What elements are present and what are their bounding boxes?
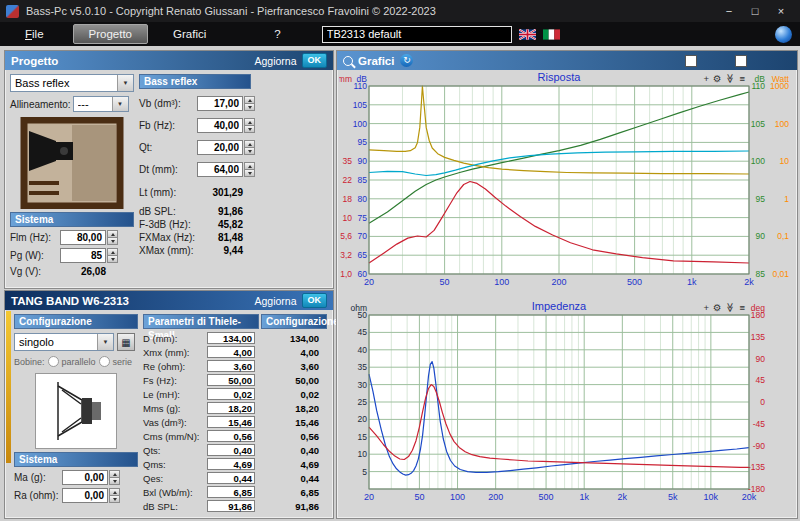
allineamento-combobox[interactable]: --- ▼ [73,96,129,112]
ts-param-input[interactable]: 50,00 [207,374,255,386]
ts-param-label: Qts: [143,445,207,456]
spinner-control[interactable] [244,162,255,177]
menu-icon[interactable]: ≡ [739,302,745,313]
ts-param-input[interactable]: 91,86 [207,500,255,512]
spinner-down-button[interactable] [244,103,255,111]
menu-grafici[interactable]: Grafici [158,25,221,43]
chevron-down-icon[interactable]: ▼ [117,75,133,91]
table-row: Qms:4,694,69 [143,457,329,471]
ts-param-input[interactable]: 18,20 [207,402,255,414]
ts-param-input[interactable]: 6,85 [207,486,255,498]
field-value-input[interactable]: 0,00 [62,470,108,485]
spinner-control[interactable] [107,248,118,263]
svg-text:18: 18 [343,194,353,204]
field-label: Flm (Hz): [10,232,60,243]
window-title: Bass-Pc v5.0.10 - Copyright Renato Giuss… [26,5,716,17]
pan-icon[interactable]: + [703,302,709,313]
menu-progetto[interactable]: Progetto [73,24,148,44]
settings-icon[interactable]: ⚙ [713,73,722,84]
svg-text:3,2: 3,2 [340,250,352,260]
menu-file[interactable]: File [10,25,59,43]
field-label: Dt (mm): [139,164,197,175]
aggiorna-label: Aggiorna [254,55,296,67]
radio-serie[interactable] [99,356,110,367]
collapse-icon[interactable]: ≫ [725,303,736,313]
ts-param-input[interactable]: 4,00 [207,346,255,358]
spinner-down-button[interactable] [109,477,120,485]
spinner-control[interactable] [244,140,255,155]
spinner-control[interactable] [109,470,120,485]
field-label: Qt: [139,142,197,153]
window-controls: − □ × [716,5,794,17]
configurazione-combobox[interactable]: singolo ▼ [14,333,114,351]
chevron-down-icon[interactable]: ▼ [97,334,113,350]
radio-parallelo-label: parallelo [62,357,96,367]
spinner-control[interactable] [244,118,255,133]
field-value-input[interactable]: 64,00 [197,162,243,177]
ts-param-input[interactable]: 3,60 [207,360,255,372]
spinner-down-button[interactable] [244,125,255,133]
field-value-input[interactable]: 0,00 [62,488,108,503]
svg-text:22: 22 [343,175,353,185]
refresh-icon[interactable]: ↻ [400,54,413,67]
impedenza-chart-svg: ohm5045403530252015105deg18013590450-45-… [339,301,793,515]
svg-text:90: 90 [756,231,766,241]
svg-text:10k: 10k [704,492,719,502]
spinner-down-button[interactable] [244,169,255,177]
ts-param-label: Xmx (mm): [143,347,207,358]
svg-text:1,0: 1,0 [340,269,352,279]
spinner-down-button[interactable] [107,237,118,245]
ts-param-label: Le (mH): [143,389,207,400]
italy-flag-icon[interactable] [543,29,560,40]
svg-text:5: 5 [362,467,367,477]
chevron-down-icon[interactable]: ▼ [112,97,128,111]
field-value-input[interactable]: 80,00 [60,230,106,245]
collapse-icon[interactable]: ≫ [725,74,736,84]
svg-text:5k: 5k [668,492,678,502]
field-row: Fb (Hz):40,00 [139,118,331,133]
table-row: dB SPL:91,8691,86 [143,499,329,513]
field-value-input[interactable]: 17,00 [197,96,243,111]
box-type-combobox[interactable]: Bass reflex ▼ [10,74,134,92]
maximize-button[interactable]: □ [742,5,768,17]
spinner-control[interactable] [244,96,255,111]
spinner-control[interactable] [107,230,118,245]
spinner-control[interactable] [109,488,120,503]
field-value-input[interactable]: 40,00 [197,118,243,133]
ts-param-input[interactable]: 0,40 [207,444,255,456]
radio-parallelo[interactable] [48,356,59,367]
ts-param-input[interactable]: 134,00 [207,332,255,344]
ts-param-input[interactable]: 0,02 [207,388,255,400]
svg-text:90: 90 [358,156,368,166]
aggiorna-ok-button[interactable]: OK [302,53,328,68]
chart-toggle-checkbox-2[interactable] [735,55,747,67]
driver-tool-button[interactable]: ▦ [117,333,135,351]
spinner-down-button[interactable] [244,147,255,155]
ts-param-input[interactable]: 0,56 [207,430,255,442]
field-value-input[interactable]: 85 [60,248,106,263]
spinner-down-button[interactable] [107,255,118,263]
uk-flag-icon[interactable] [519,29,536,40]
aggiorna-ok-button[interactable]: OK [302,293,328,308]
ts-config-value: 50,00 [271,375,319,386]
menu-icon[interactable]: ≡ [739,73,745,84]
svg-text:95: 95 [358,137,368,147]
minimize-button[interactable]: − [716,5,742,17]
svg-text:Risposta: Risposta [538,72,582,83]
ts-param-input[interactable]: 15,46 [207,416,255,428]
settings-icon[interactable]: ⚙ [713,302,722,313]
ts-param-input[interactable]: 0,44 [207,472,255,484]
ts-param-label: Vas (dm³): [143,417,207,428]
field-value-input[interactable]: 20,00 [197,140,243,155]
pan-icon[interactable]: + [703,73,709,84]
spinner-down-button[interactable] [109,495,120,503]
svg-text:5,6: 5,6 [340,231,352,241]
close-button[interactable]: × [768,5,794,17]
field-label: F-3dB (Hz): [139,219,197,230]
project-name-input[interactable] [322,26,512,43]
grafici-panel: Grafici ↻ mm352218105,63,21,0dB110105100… [336,50,798,519]
configurazione-value: singolo [19,336,97,348]
ts-param-input[interactable]: 4,69 [207,458,255,470]
menu-help[interactable]: ? [259,25,295,43]
chart-toggle-checkbox-1[interactable] [685,55,697,67]
